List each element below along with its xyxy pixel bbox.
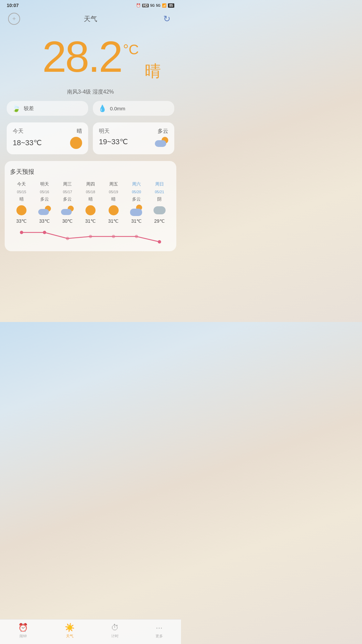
forecast-temp-2: 30℃: [56, 218, 79, 224]
forecast-day-3-name: 周四: [79, 181, 102, 187]
refresh-icon: ↻: [163, 14, 171, 24]
badges-row: 🍃 较差 💧 0.0mm: [0, 101, 181, 122]
day-cards: 今天 晴 18~33℃ 明天 多云 19~33℃: [0, 122, 181, 161]
partly-cloudy-icon-2: [61, 206, 74, 215]
forecast-temp-5: 31℃: [125, 218, 148, 224]
forecast-date-6: 05/21: [148, 189, 171, 194]
sun-icon-4: [109, 205, 119, 215]
today-sun-icon: [70, 137, 82, 149]
forecast-weather-2: 多云: [56, 196, 79, 202]
forecast-day-2-name: 周三: [56, 181, 79, 187]
sun-icon-0: [16, 205, 26, 215]
wifi-icon: 📶: [162, 3, 167, 8]
forecast-date-5: 05/20: [125, 189, 148, 194]
forecast-temp-0: 33℃: [10, 218, 33, 224]
refresh-button[interactable]: ↻: [161, 13, 173, 25]
temperature-unit: °C: [123, 42, 139, 58]
forecast-temp-1: 33℃: [33, 218, 56, 224]
weather-description-main: 晴: [145, 60, 161, 82]
forecast-weather-6: 阴: [148, 196, 171, 202]
forecast-icons-row: [10, 204, 171, 216]
main-temperature: 28.2: [42, 35, 122, 78]
forecast-icon-3: [79, 204, 102, 216]
forecast-day-4-name: 周五: [102, 181, 125, 187]
signal-5g2: 5G: [156, 4, 161, 7]
forecast-icon-1: [33, 204, 56, 216]
chart-svg: [10, 229, 171, 249]
forecast-day-0-name: 今天: [10, 181, 33, 187]
plus-icon: +: [12, 15, 16, 22]
partly-cloudy-icon-1: [38, 206, 51, 215]
forecast-weather-4: 晴: [102, 196, 125, 202]
wind-info: 南风3-4级 湿度42%: [0, 78, 181, 101]
forecast-names-row: 今天 明天 周三 周四 周五 周六 周日: [10, 181, 171, 187]
header: + 天气 ↻: [0, 9, 181, 32]
battery-icon: 85: [168, 3, 174, 8]
today-temp-range: 18~33℃: [13, 139, 42, 147]
forecast-weather-1: 多云: [33, 196, 56, 202]
forecast-date-2: 05/17: [56, 189, 79, 194]
signal-5g1: 5G: [150, 4, 155, 7]
forecast-date-4: 05/19: [102, 189, 125, 194]
rain-icon: 💧: [98, 104, 107, 112]
forecast-icon-4: [102, 204, 125, 216]
forecast-day-5-name: 周六: [125, 181, 148, 187]
hd-icon: HD: [142, 4, 149, 7]
svg-point-6: [158, 240, 161, 244]
precipitation-label: 0.0mm: [110, 106, 125, 111]
clock-icon: ⏰: [136, 3, 141, 8]
tomorrow-weather-label: 多云: [158, 128, 168, 135]
today-label: 今天: [13, 128, 23, 135]
sun-icon-3: [85, 205, 96, 215]
tomorrow-label: 明天: [99, 128, 110, 135]
air-quality-badge: 🍃 较差: [7, 101, 88, 116]
leaf-icon: 🍃: [12, 104, 20, 112]
forecast-day-1-name: 明天: [33, 181, 56, 187]
svg-point-2: [66, 237, 69, 240]
svg-point-4: [112, 235, 115, 238]
cloud-icon-6: [154, 206, 166, 214]
forecast-icon-0: [10, 204, 33, 216]
forecast-day-6-name: 周日: [148, 181, 171, 187]
svg-point-3: [89, 235, 92, 238]
forecast-weather-0: 晴: [10, 196, 33, 202]
forecast-weather-5: 多云: [125, 196, 148, 202]
tomorrow-card: 明天 多云 19~33℃: [93, 122, 174, 154]
precipitation-badge: 💧 0.0mm: [93, 101, 174, 116]
svg-point-0: [20, 231, 23, 234]
partly-cloudy-icon-5: [130, 205, 143, 216]
page-title: 天气: [84, 14, 97, 23]
svg-point-5: [135, 235, 138, 238]
forecast-dates-row: 05/15 05/16 05/17 05/18 05/19 05/20 05/2…: [10, 189, 171, 194]
add-location-button[interactable]: +: [8, 13, 20, 25]
status-time: 10:07: [7, 3, 19, 8]
svg-point-1: [43, 231, 46, 234]
forecast-title: 多天预报: [10, 168, 171, 176]
temperature-chart: [10, 226, 171, 246]
forecast-date-3: 05/18: [79, 189, 102, 194]
forecast-temps-row: 33℃ 33℃ 30℃ 31℃ 31℃ 31℃ 29℃: [10, 218, 171, 224]
forecast-date-1: 05/16: [33, 189, 56, 194]
forecast-temp-3: 31℃: [79, 218, 102, 224]
forecast-section: 多天预报 今天 明天 周三 周四 周五 周六 周日 05/15 05/16 05…: [5, 161, 176, 251]
status-bar: 10:07 ⏰ HD 5G 5G 📶 85: [0, 0, 181, 9]
forecast-weather-text-row: 晴 多云 多云 晴 晴 多云 阴: [10, 196, 171, 202]
status-right: ⏰ HD 5G 5G 📶 85: [136, 3, 174, 8]
forecast-temp-6: 29℃: [148, 218, 171, 224]
temperature-section: 28.2 °C 晴: [0, 32, 181, 78]
tomorrow-temp-range: 19~33℃: [99, 138, 128, 146]
forecast-icon-5: [125, 204, 148, 216]
forecast-icon-6: [148, 204, 171, 216]
today-weather-label: 晴: [77, 128, 82, 135]
forecast-weather-3: 晴: [79, 196, 102, 202]
forecast-icon-2: [56, 204, 79, 216]
today-card: 今天 晴 18~33℃: [7, 122, 88, 154]
air-quality-label: 较差: [24, 105, 34, 112]
forecast-temp-4: 31℃: [102, 218, 125, 224]
forecast-date-0: 05/15: [10, 189, 33, 194]
tomorrow-partly-cloudy-icon: [155, 137, 168, 147]
